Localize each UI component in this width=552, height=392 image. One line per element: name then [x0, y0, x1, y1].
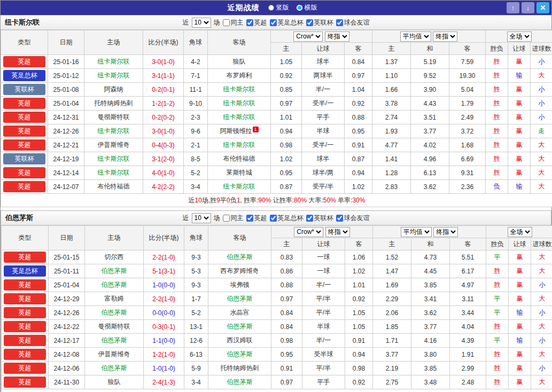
result-handicap-cover: 输	[509, 334, 531, 348]
table-row: 英超 24-12-08 伊普斯维奇 1-2(1-0) 6-13 伯恩茅斯 0.9…	[2, 348, 552, 362]
average-select[interactable]: 平均值	[401, 227, 432, 237]
league-cell: 英超	[1, 124, 48, 138]
league-filter[interactable]: 英联杯	[306, 18, 333, 27]
filter-checkbox[interactable]	[246, 19, 253, 26]
close-icon[interactable]: ✕	[537, 2, 549, 13]
match-count-select[interactable]: 10	[192, 18, 211, 28]
filter-checkbox[interactable]	[223, 215, 230, 222]
layout-radio-vertical[interactable]: 竖版	[268, 3, 289, 12]
handicap-line: 半/一	[302, 334, 345, 348]
sub-header-avg-draw: 和	[411, 43, 449, 55]
filter-checkbox[interactable]	[223, 19, 230, 26]
corner-score: 11-1	[184, 83, 208, 97]
league-cell: 英超	[2, 320, 49, 334]
avg-home-odds: 1.85	[373, 320, 411, 334]
corner-score: 2-1	[184, 138, 208, 152]
scope-select[interactable]: 全场	[508, 227, 532, 237]
table-row: 英联杯 24-12-19 纽卡斯尔联 3-1(2-0) 8-5 布伦特福德 1.…	[1, 152, 552, 166]
filter-checkbox[interactable]	[246, 215, 253, 222]
near-label: 近	[183, 18, 189, 27]
result-win-draw-loss: 胜	[486, 166, 508, 180]
match-count-select[interactable]: 10	[192, 213, 211, 223]
avg-home-odds: 1.69	[373, 278, 411, 292]
result-goals-over-under: 大	[531, 166, 552, 180]
same-home-filter[interactable]: 同主	[223, 214, 244, 223]
league-badge: 英超	[3, 112, 45, 123]
league-badge: 英超	[4, 363, 46, 374]
average-stage-select[interactable]: 终指	[433, 227, 458, 237]
handicap-home-odds: 0.97	[271, 97, 302, 111]
filter-checkbox-label: 英联杯	[314, 214, 333, 223]
scope-select[interactable]: 全场	[507, 32, 532, 42]
avg-draw-odds: 3.77	[411, 124, 449, 138]
result-handicap-cover: 赢	[508, 166, 531, 180]
handicap-home-odds: 0.84	[271, 320, 302, 334]
home-team: 布伦特福德	[84, 180, 143, 194]
col-header-type: 类型	[2, 226, 49, 250]
corner-score: 9-6	[184, 124, 208, 138]
handicap-home-odds: 1.05	[271, 55, 302, 69]
handicap-away-odds: 0.94	[345, 348, 373, 362]
handicap-home-odds: 0.84	[271, 306, 302, 320]
corner-score: 4-2	[184, 55, 208, 69]
same-home-filter[interactable]: 同主	[223, 18, 244, 27]
league-filter[interactable]: 英足总杯	[270, 214, 304, 223]
table-row: 英超 24-12-14 纽卡斯尔联 4-0(1-0) 5-2 莱斯特城 0.95…	[1, 166, 552, 180]
recent-results-panel: 近期战绩 竖版 横版 ↑ ↓ ✕ 纽卡斯尔联 近10场同主英超英足总杯英联杯球会…	[0, 0, 552, 392]
avg-away-odds: 6.17	[450, 264, 486, 278]
home-team: 纽卡斯尔联	[84, 152, 143, 166]
league-cell: 英超	[2, 278, 49, 292]
sub-header-avg-home: 主	[373, 238, 411, 250]
filter-checkbox[interactable]	[336, 215, 343, 222]
home-team: 纽卡斯尔联	[84, 124, 143, 138]
away-team: 西汉姆联	[208, 334, 271, 348]
filter-checkbox[interactable]	[306, 215, 313, 222]
handicap-line: 两球半	[302, 69, 345, 83]
bookmaker-select[interactable]: Crow*	[294, 227, 323, 237]
handicap-line: 半/一	[302, 83, 345, 97]
corner-score: 13-1	[184, 320, 208, 334]
scroll-down-button[interactable]: ↓	[522, 2, 534, 13]
league-filter[interactable]: 英超	[246, 18, 267, 27]
match-date: 25-01-11	[49, 264, 85, 278]
avg-away-odds: 5.51	[450, 250, 486, 264]
handicap-away-odds: 1.05	[345, 320, 373, 334]
bookmaker-stage-select[interactable]: 终指	[325, 32, 349, 42]
league-filter[interactable]: 英联杯	[306, 214, 333, 223]
average-select[interactable]: 平均值	[400, 32, 431, 42]
bookmaker-stage-select[interactable]: 终指	[325, 227, 350, 237]
table-row: 英超 24-12-31 曼彻斯特联 0-2(0-2) 2-3 纽卡斯尔联 1.0…	[1, 111, 552, 124]
filter-checkbox-label: 英超	[254, 214, 267, 223]
league-filter[interactable]: 球会友谊	[336, 18, 370, 27]
filter-checkbox[interactable]	[270, 215, 277, 222]
filter-checkbox-label: 英足总杯	[278, 214, 304, 223]
filter-checkbox[interactable]	[336, 19, 343, 26]
table-row: 英超 24-12-07 布伦特福德 4-2(2-2) 3-4 纽卡斯尔联 0.8…	[1, 180, 552, 194]
league-filter[interactable]: 球会友谊	[336, 214, 370, 223]
filter-checkbox[interactable]	[306, 19, 313, 26]
league-cell: 英超	[1, 166, 48, 180]
league-filter[interactable]: 英足总杯	[270, 18, 304, 27]
scroll-up-button[interactable]: ↑	[507, 2, 519, 13]
summary-row: 近10场,胜9平0负1, 胜率:90% 让胜率:80% 大率:50% 单率:30…	[1, 194, 552, 207]
filter-checkbox[interactable]	[270, 19, 277, 26]
team-section-bournemouth: 伯恩茅斯 近10场同主英超英足总杯英联杯球会友谊 类型 日期 主场 比分(半场)…	[1, 210, 551, 392]
col-header-home: 主场	[85, 226, 144, 250]
result-handicap-cover: 输	[508, 180, 531, 194]
avg-away-odds: 1.91	[450, 348, 486, 362]
matches-label: 场	[214, 18, 220, 27]
league-badge: 英超	[3, 56, 45, 67]
handicap-line: 受半/一	[302, 97, 345, 111]
filter-checkbox-label: 球会友谊	[344, 214, 370, 223]
home-team: 纽卡斯尔联	[84, 69, 143, 83]
league-cell: 英超	[2, 348, 49, 362]
league-cell: 英超	[1, 111, 48, 124]
home-team: 伯恩茅斯	[85, 362, 144, 375]
layout-radio-horizontal[interactable]: 横版	[297, 3, 317, 12]
average-stage-select[interactable]: 终指	[433, 32, 457, 42]
col-header-date: 日期	[48, 30, 84, 55]
window-buttons: ↑ ↓ ✕	[507, 2, 549, 13]
league-filter[interactable]: 英超	[246, 214, 267, 223]
bookmaker-select[interactable]: Crow*	[293, 32, 323, 42]
result-handicap-cover: 赢	[509, 348, 531, 362]
